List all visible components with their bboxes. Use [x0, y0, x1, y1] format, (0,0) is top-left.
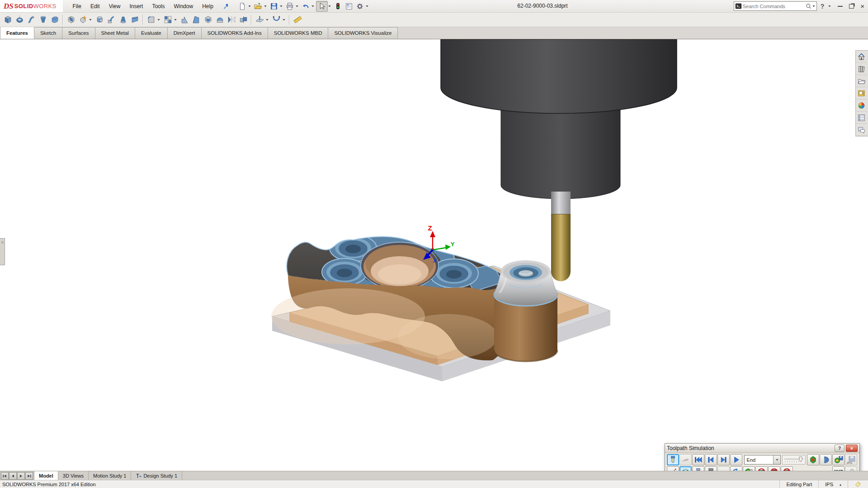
shell-icon[interactable]: [202, 14, 214, 26]
graphics-area[interactable]: Z Y X Toolpath Simulation ? ×: [0, 39, 868, 471]
custom-properties-icon[interactable]: [856, 112, 867, 124]
select-cursor-button[interactable]: [316, 1, 328, 12]
file-explorer-icon[interactable]: [856, 75, 867, 87]
appearances-scenes-icon[interactable]: [856, 99, 867, 112]
save-image-jpg-button[interactable]: JPG: [845, 454, 857, 465]
search-commands-box[interactable]: [734, 1, 817, 11]
menu-help[interactable]: Help: [198, 0, 218, 12]
curves-icon[interactable]: [270, 14, 282, 26]
play-button[interactable]: [730, 454, 742, 465]
compare-off-button-3[interactable]: [781, 466, 793, 471]
step-back-button[interactable]: [705, 454, 717, 465]
hole-wizard-dropdown-arrow-icon[interactable]: [89, 18, 92, 21]
hole-wizard-icon[interactable]: [77, 14, 89, 26]
tab-solidworks-mbd[interactable]: SOLIDWORKS MBD: [268, 27, 329, 39]
tab-model[interactable]: Model: [34, 471, 58, 480]
new-dropdown-arrow-icon[interactable]: [248, 5, 251, 8]
print-button[interactable]: [284, 1, 295, 11]
speed-slider[interactable]: [782, 455, 806, 465]
mirror-icon[interactable]: [226, 14, 237, 26]
first-tab-icon[interactable]: [1, 472, 9, 480]
menu-window[interactable]: Window: [169, 0, 198, 12]
tab-sheet-metal[interactable]: Sheet Metal: [95, 27, 135, 39]
tab-evaluate[interactable]: Evaluate: [135, 27, 168, 39]
swept-cut-icon[interactable]: [105, 14, 117, 26]
revolved-boss-icon[interactable]: [14, 14, 25, 26]
options-gear-button[interactable]: [354, 1, 365, 11]
run-to-dropdown[interactable]: End: [744, 455, 781, 465]
show-stock-button[interactable]: [807, 454, 819, 465]
undo-button[interactable]: [300, 1, 311, 11]
reference-geometry-dropdown-arrow-icon[interactable]: [265, 18, 269, 21]
pin-menu-icon[interactable]: [222, 3, 230, 10]
turbo-mode-button[interactable]: [679, 454, 692, 465]
fillet-dropdown-arrow-icon[interactable]: [157, 18, 160, 21]
compare-off-button-1[interactable]: [755, 466, 768, 471]
view-palette-icon[interactable]: [856, 87, 867, 99]
design-library-icon[interactable]: [856, 63, 867, 75]
revolved-cut-icon[interactable]: [94, 14, 105, 26]
next-tab-icon[interactable]: [17, 472, 25, 480]
solidworks-forum-icon[interactable]: [856, 124, 867, 136]
simulation-options-button[interactable]: [845, 466, 857, 471]
draft-icon[interactable]: [190, 14, 202, 26]
solidworks-resources-icon[interactable]: [856, 51, 867, 63]
tab-solidworks-addins[interactable]: SOLIDWORKS Add-Ins: [201, 27, 268, 39]
menu-tools[interactable]: Tools: [147, 0, 169, 12]
file-properties-button[interactable]: [344, 1, 354, 11]
custom-properties-tag[interactable]: [848, 480, 868, 488]
tab-surfaces[interactable]: Surfaces: [62, 27, 95, 39]
minimize-button[interactable]: [838, 6, 843, 7]
search-dropdown-arrow-icon[interactable]: [812, 5, 816, 8]
reference-geometry-icon[interactable]: [254, 14, 265, 26]
restore-button[interactable]: [849, 4, 854, 9]
fillet-icon[interactable]: [145, 14, 157, 26]
show-target-button[interactable]: [820, 454, 832, 465]
toolpath-display-button[interactable]: [667, 466, 679, 471]
undo-dropdown-arrow-icon[interactable]: [311, 5, 315, 8]
boundary-boss-icon[interactable]: [49, 14, 61, 26]
print-dropdown-arrow-icon[interactable]: [295, 5, 299, 8]
unit-system-selector[interactable]: IPS ▴: [818, 480, 848, 488]
measure-icon[interactable]: [292, 14, 303, 26]
options-dropdown-arrow-icon[interactable]: [365, 5, 369, 8]
menu-file[interactable]: File: [68, 0, 86, 12]
select-dropdown-arrow-icon[interactable]: [328, 5, 331, 8]
previous-tab-icon[interactable]: [9, 472, 17, 480]
xyz-readout-button[interactable]: XYZ: [832, 466, 844, 471]
extruded-cut-icon[interactable]: [65, 14, 77, 26]
fixture-display-button[interactable]: [717, 466, 730, 471]
lofted-boss-icon[interactable]: [37, 14, 49, 26]
menu-edit[interactable]: Edit: [86, 0, 104, 12]
tab-sketch[interactable]: Sketch: [34, 27, 62, 39]
save-stock-button[interactable]: [832, 454, 844, 465]
close-button[interactable]: ×: [860, 3, 864, 9]
dome-icon[interactable]: [214, 14, 226, 26]
open-dropdown-arrow-icon[interactable]: [264, 5, 267, 8]
tool-display-button[interactable]: [692, 466, 704, 471]
tab-3d-views[interactable]: 3D Views: [58, 471, 89, 480]
boundary-cut-icon[interactable]: [129, 14, 141, 26]
search-input[interactable]: [742, 3, 805, 9]
holder-display-button[interactable]: [705, 466, 717, 471]
linear-pattern-icon[interactable]: [162, 14, 174, 26]
tab-design-study-1[interactable]: Design Study 1: [131, 471, 182, 480]
remove-chips-button[interactable]: [743, 466, 755, 471]
last-tab-icon[interactable]: [25, 472, 33, 480]
tool-mode-button[interactable]: [667, 454, 679, 465]
extruded-boss-icon[interactable]: [2, 14, 14, 26]
tab-solidworks-visualize[interactable]: SOLIDWORKS Visualize: [328, 27, 398, 39]
new-document-button[interactable]: [237, 1, 248, 11]
rib-icon[interactable]: [179, 14, 190, 26]
dialog-help-button[interactable]: ?: [835, 445, 844, 452]
simulate-by-feature-button[interactable]: [730, 466, 742, 471]
curves-dropdown-arrow-icon[interactable]: [282, 18, 286, 21]
search-scope-icon[interactable]: [735, 3, 742, 9]
pattern-dropdown-arrow-icon[interactable]: [174, 18, 177, 21]
tab-motion-study-1[interactable]: Motion Study 1: [89, 471, 131, 480]
dialog-close-button[interactable]: ×: [846, 445, 858, 452]
feature-manager-collapsed-tab[interactable]: [0, 238, 5, 265]
tab-features[interactable]: Features: [0, 27, 34, 39]
menu-view[interactable]: View: [104, 0, 125, 12]
open-button[interactable]: [253, 1, 264, 11]
